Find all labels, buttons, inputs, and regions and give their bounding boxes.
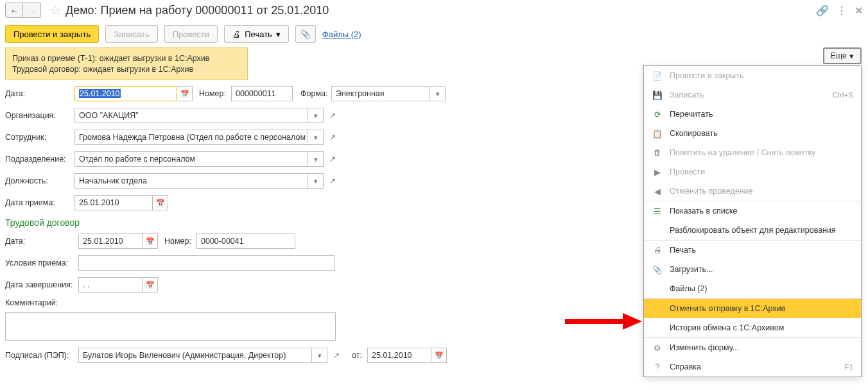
printer-icon: 🖨	[232, 30, 241, 39]
kebab-menu-icon[interactable]: ⋮	[837, 4, 847, 17]
menu-upload[interactable]: 📎Загрузить...	[644, 260, 861, 279]
date-calendar-button[interactable]: 📅	[177, 86, 193, 101]
delete-mark-icon: 🗑	[652, 148, 663, 157]
org-dropdown-button[interactable]: ▾	[308, 108, 324, 123]
help-icon: ?	[652, 362, 663, 371]
contract-date-label: Дата:	[5, 237, 78, 246]
more-menu: 📄Провести и закрыть 💾ЗаписатьCtrl+S ⟳Пер…	[643, 65, 862, 377]
position-open-button[interactable]: ↗	[326, 173, 339, 189]
end-date-calendar-button[interactable]: 📅	[143, 277, 158, 292]
signed-label: Подписал (ПЭП):	[5, 351, 78, 360]
menu-cancel-send-archive[interactable]: Отменить отправку в 1С:Архив	[644, 299, 861, 318]
form-type-dropdown-button[interactable]: ▾	[430, 86, 446, 101]
post-and-close-button[interactable]: Провести и закрыть	[5, 25, 99, 43]
position-input[interactable]: Начальник отдела	[74, 173, 308, 189]
nav-back-button[interactable]: ←	[5, 3, 23, 18]
dept-open-button[interactable]: ↗	[326, 151, 339, 167]
save-button[interactable]: Записать	[105, 25, 158, 43]
menu-help[interactable]: ?СправкаF1	[644, 357, 861, 377]
org-open-button[interactable]: ↗	[326, 108, 339, 123]
conditions-label: Условия приема:	[5, 259, 78, 267]
menu-files[interactable]: Файлы (2)	[644, 279, 861, 298]
more-button[interactable]: Еще ▾	[823, 47, 862, 64]
chevron-down-icon: ▾	[849, 51, 854, 61]
copy-icon: 📋	[652, 129, 663, 139]
signed-dropdown-button[interactable]: ▾	[312, 348, 327, 363]
number-label: Номер:	[199, 89, 231, 98]
contract-date-calendar-button[interactable]: 📅	[143, 233, 158, 249]
hire-date-label: Дата приема:	[5, 198, 74, 207]
date-value: 25.01.2010	[79, 89, 121, 98]
close-icon[interactable]: ✕	[855, 4, 863, 17]
hire-date-calendar-button[interactable]: 📅	[153, 195, 168, 210]
org-label: Организация:	[5, 111, 74, 120]
unpost-icon: ◀	[652, 187, 663, 196]
contract-number-input[interactable]: 0000-00041	[196, 233, 295, 249]
chevron-down-icon: ▾	[276, 30, 281, 39]
save-icon: 💾	[652, 90, 663, 100]
menu-copy[interactable]: 📋Скопировать	[644, 124, 861, 143]
menu-history-archive[interactable]: История обмена с 1С:Архивом	[644, 318, 861, 337]
print-dropdown-button[interactable]: 🖨 Печать ▾	[224, 25, 289, 43]
print-label: Печать	[245, 30, 272, 39]
window-title: Демо: Прием на работу 000000011 от 25.01…	[65, 4, 816, 17]
position-dropdown-button[interactable]: ▾	[308, 173, 324, 189]
from-date-calendar-button[interactable]: 📅	[431, 348, 447, 363]
list-icon: ☰	[652, 207, 663, 216]
menu-post-and-close[interactable]: 📄Провести и закрыть	[644, 66, 861, 85]
contract-date-input[interactable]: 25.01.2010	[78, 233, 143, 249]
form-type-input[interactable]: Электронная	[331, 86, 430, 101]
employee-input[interactable]: Громова Надежда Петровна (Отдел по работ…	[74, 130, 308, 145]
paperclip-icon: 📎	[652, 265, 663, 275]
dept-input[interactable]: Отдел по работе с персоналом	[74, 151, 308, 167]
dept-dropdown-button[interactable]: ▾	[308, 151, 324, 167]
number-input[interactable]: 000000011	[231, 86, 293, 101]
status-line-2: Трудовой договор: ожидает выгрузки в 1С:…	[12, 65, 241, 74]
menu-unpost[interactable]: ◀Отменить проведение	[644, 182, 861, 201]
contract-number-label: Номер:	[164, 237, 196, 246]
menu-edit-form[interactable]: ⚙Изменить форму...	[644, 338, 861, 357]
form-type-label: Форма:	[300, 89, 331, 98]
more-label: Еще	[831, 51, 847, 60]
from-date-input[interactable]: 25.01.2010	[367, 348, 431, 363]
menu-show-in-list[interactable]: ☰Показать в списке	[644, 201, 861, 221]
nav-forward-button[interactable]: →	[23, 3, 41, 18]
link-icon[interactable]: 🔗	[816, 4, 829, 17]
signed-open-button[interactable]: ↗	[330, 348, 343, 363]
menu-print[interactable]: 🖨Печать	[644, 241, 861, 260]
signed-input[interactable]: Булатов Игорь Виленович (Администрация, …	[78, 348, 312, 363]
attach-button[interactable]: 📎	[295, 25, 316, 43]
svg-marker-1	[623, 313, 642, 330]
date-input[interactable]: 25.01.2010	[74, 86, 177, 101]
employee-open-button[interactable]: ↗	[326, 130, 339, 145]
conditions-input[interactable]	[78, 255, 335, 271]
employee-dropdown-button[interactable]: ▾	[308, 130, 324, 145]
status-notice: Приказ о приеме (Т-1): ожидает выгрузки …	[5, 47, 248, 80]
printer-icon: 🖨	[652, 246, 663, 255]
post-icon: ▶	[652, 167, 663, 177]
refresh-icon: ⟳	[652, 110, 663, 119]
menu-mark-delete[interactable]: 🗑Пометить на удаление / Снять пометку	[644, 143, 861, 162]
end-date-label: Дата завершения:	[5, 280, 78, 289]
gear-icon: ⚙	[652, 343, 663, 353]
org-input[interactable]: ООО "АКАЦИЯ"	[74, 108, 308, 123]
menu-reread[interactable]: ⟳Перечитать	[644, 105, 861, 124]
employee-label: Сотрудник:	[5, 133, 74, 142]
hire-date-input[interactable]: 25.01.2010	[74, 195, 153, 210]
from-label: от:	[352, 351, 367, 360]
end-date-input[interactable]: . .	[78, 277, 143, 292]
status-line-1: Приказ о приеме (Т-1): ожидает выгрузки …	[12, 54, 241, 63]
dept-label: Подразделение:	[5, 155, 74, 164]
comment-textarea[interactable]	[5, 312, 336, 341]
menu-save[interactable]: 💾ЗаписатьCtrl+S	[644, 85, 861, 105]
position-label: Должность:	[5, 176, 74, 185]
document-icon: 📄	[652, 71, 663, 81]
comment-label: Комментарий:	[5, 298, 78, 307]
post-button[interactable]: Провести	[164, 25, 218, 43]
menu-unlock[interactable]: Разблокировать объект для редактирования	[644, 221, 861, 240]
date-label: Дата:	[5, 89, 74, 98]
menu-post[interactable]: ▶Провести	[644, 162, 861, 182]
favorite-star-icon[interactable]: ☆	[50, 3, 62, 18]
annotation-arrow	[565, 312, 642, 333]
files-link[interactable]: Файлы (2)	[322, 30, 361, 39]
